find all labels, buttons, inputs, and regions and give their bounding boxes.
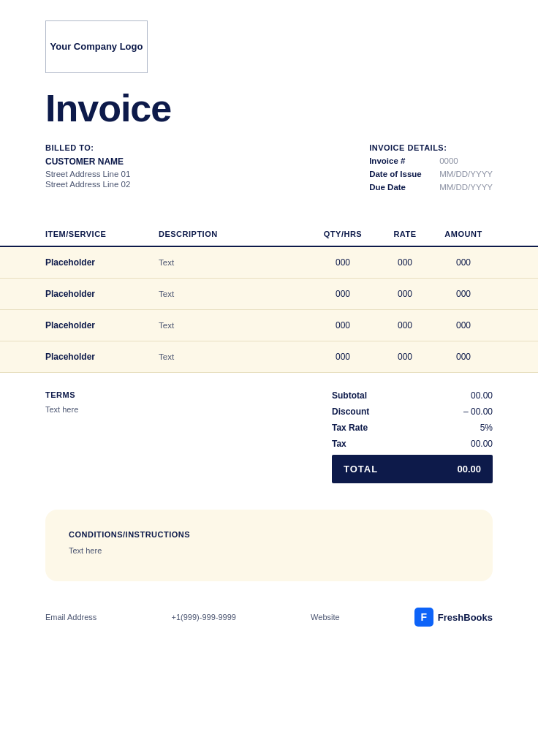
discount-value: – 00.00 bbox=[442, 407, 493, 417]
row-desc-1: Text bbox=[159, 258, 310, 267]
header-desc: DESCRIPTION bbox=[159, 230, 310, 238]
row-qty-3: 000 bbox=[310, 320, 376, 330]
totals-section: Subtotal 00.00 Discount – 00.00 Tax Rate… bbox=[332, 390, 493, 483]
row-rate-3: 000 bbox=[376, 320, 434, 330]
table-row: Placeholder Text 000 000 000 bbox=[0, 279, 538, 310]
conditions-label: CONDITIONS/INSTRUCTIONS bbox=[69, 530, 469, 539]
tax-rate-value: 5% bbox=[442, 423, 493, 433]
total-value: 00.00 bbox=[457, 464, 481, 475]
table-body: Placeholder Text 000 000 000 Placeholder… bbox=[0, 247, 538, 373]
header-amount: AMOUNT bbox=[434, 230, 493, 238]
row-qty-2: 000 bbox=[310, 289, 376, 299]
terms-text: Text here bbox=[45, 405, 78, 414]
address-line-1: Street Address Line 01 bbox=[45, 170, 130, 178]
row-amount-3: 000 bbox=[434, 320, 493, 330]
tax-rate-row: Tax Rate 5% bbox=[332, 423, 493, 433]
total-label: TOTAL bbox=[344, 464, 378, 475]
due-date-label: Due Date bbox=[369, 183, 435, 192]
bottom-section: TERMS Text here Subtotal 00.00 Discount … bbox=[45, 390, 493, 483]
freshbooks-logo: F FreshBooks bbox=[414, 608, 493, 627]
conditions-box: CONDITIONS/INSTRUCTIONS Text here bbox=[45, 510, 493, 581]
customer-name: CUSTOMER NAME bbox=[45, 156, 130, 167]
invoice-page: Your Company Logo Invoice BILLED TO: CUS… bbox=[0, 0, 538, 756]
row-amount-2: 000 bbox=[434, 289, 493, 299]
due-date-value: MM/DD/YYYY bbox=[439, 183, 493, 192]
row-item-3: Placeholder bbox=[45, 320, 159, 330]
billed-to-label: BILLED TO: bbox=[45, 143, 130, 152]
table-row: Placeholder Text 000 000 000 bbox=[0, 247, 538, 279]
row-rate-2: 000 bbox=[376, 289, 434, 299]
date-of-issue-value: MM/DD/YYYY bbox=[439, 170, 493, 178]
freshbooks-text: FreshBooks bbox=[438, 612, 493, 623]
tax-row: Tax 00.00 bbox=[332, 439, 493, 449]
terms-section: TERMS Text here bbox=[45, 390, 78, 414]
row-rate-1: 000 bbox=[376, 257, 434, 268]
table-row: Placeholder Text 000 000 000 bbox=[0, 310, 538, 341]
footer-phone: +1(999)-999-9999 bbox=[172, 613, 236, 621]
billed-to-section: BILLED TO: CUSTOMER NAME Street Address … bbox=[45, 143, 130, 196]
row-desc-2: Text bbox=[159, 290, 310, 298]
date-of-issue-label: Date of Issue bbox=[369, 170, 435, 178]
row-desc-4: Text bbox=[159, 352, 310, 361]
tax-rate-label: Tax Rate bbox=[332, 423, 398, 433]
invoice-title: Invoice bbox=[45, 86, 538, 130]
discount-label: Discount bbox=[332, 407, 398, 417]
row-qty-1: 000 bbox=[310, 257, 376, 268]
terms-label: TERMS bbox=[45, 390, 78, 399]
tax-value: 00.00 bbox=[442, 439, 493, 449]
row-amount-4: 000 bbox=[434, 352, 493, 362]
footer-email: Email Address bbox=[45, 613, 96, 621]
invoice-table: ITEM/SERVICE DESCRIPTION QTY/HRS RATE AM… bbox=[0, 222, 538, 373]
invoice-details-section: INVOICE DETAILS: Invoice # 0000 Date of … bbox=[369, 143, 493, 196]
discount-row: Discount – 00.00 bbox=[332, 407, 493, 417]
tax-label: Tax bbox=[332, 439, 398, 449]
subtotal-value: 00.00 bbox=[442, 390, 493, 401]
row-item-2: Placeholder bbox=[45, 289, 159, 299]
invoice-number-value: 0000 bbox=[439, 156, 458, 165]
company-logo-text: Your Company Logo bbox=[50, 41, 143, 53]
table-row: Placeholder Text 000 000 000 bbox=[0, 341, 538, 373]
due-date-row: Due Date MM/DD/YYYY bbox=[369, 183, 493, 192]
freshbooks-icon: F bbox=[414, 608, 433, 627]
row-item-1: Placeholder bbox=[45, 257, 159, 268]
row-item-4: Placeholder bbox=[45, 352, 159, 362]
header-item: ITEM/SERVICE bbox=[45, 230, 159, 238]
invoice-details-label: INVOICE DETAILS: bbox=[369, 143, 493, 152]
footer-website: Website bbox=[311, 613, 340, 621]
row-desc-3: Text bbox=[159, 321, 310, 330]
row-rate-4: 000 bbox=[376, 352, 434, 362]
subtotal-label: Subtotal bbox=[332, 390, 398, 401]
total-bar: TOTAL 00.00 bbox=[332, 455, 493, 483]
invoice-number-label: Invoice # bbox=[369, 156, 435, 165]
company-logo-box: Your Company Logo bbox=[45, 20, 148, 73]
header-qty: QTY/HRS bbox=[310, 230, 376, 238]
date-of-issue-row: Date of Issue MM/DD/YYYY bbox=[369, 170, 493, 178]
meta-section: BILLED TO: CUSTOMER NAME Street Address … bbox=[45, 143, 493, 196]
invoice-number-row: Invoice # 0000 bbox=[369, 156, 493, 165]
table-header: ITEM/SERVICE DESCRIPTION QTY/HRS RATE AM… bbox=[0, 222, 538, 247]
footer: Email Address +1(999)-999-9999 Website F… bbox=[45, 608, 493, 644]
address-line-2: Street Address Line 02 bbox=[45, 180, 130, 189]
conditions-text: Text here bbox=[69, 546, 469, 555]
header-rate: RATE bbox=[376, 230, 434, 238]
row-amount-1: 000 bbox=[434, 257, 493, 268]
subtotal-row: Subtotal 00.00 bbox=[332, 390, 493, 401]
row-qty-4: 000 bbox=[310, 352, 376, 362]
